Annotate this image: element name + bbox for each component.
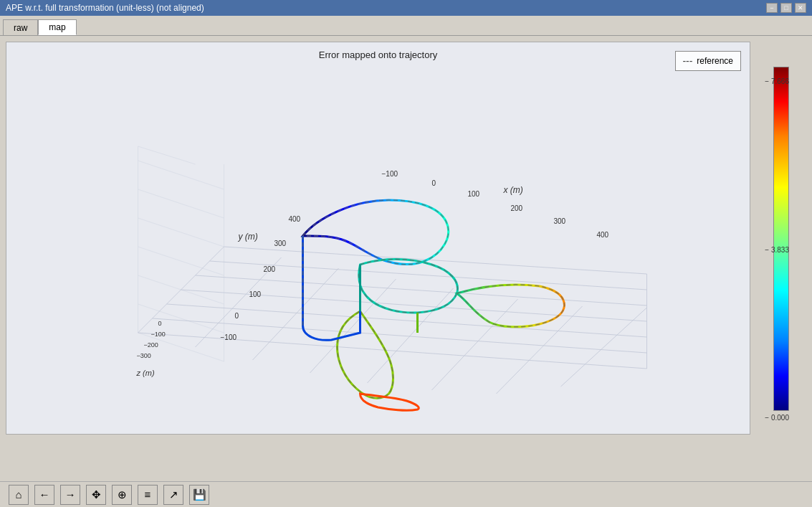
svg-text:−100: −100 (151, 331, 166, 338)
svg-text:200: 200 (511, 204, 523, 212)
svg-line-21 (138, 218, 224, 247)
colorbar-labels: − 7.666 − 3.833 − 0.000 (765, 77, 789, 422)
zoom-button[interactable]: ⊕ (112, 485, 132, 505)
svg-text:200: 200 (264, 265, 276, 273)
tab-map[interactable]: map (38, 19, 76, 35)
svg-line-22 (138, 189, 224, 218)
svg-text:x (m): x (m) (503, 185, 523, 195)
toolbar: ⌂ ← → ✥ ⊕ ≡ ↗ 💾 (0, 481, 812, 507)
window-controls: − □ ✕ (766, 3, 806, 13)
svg-text:300: 300 (554, 217, 566, 225)
plot-title: Error mapped onto trajectory (6, 42, 750, 60)
legend-box: - - - reference (675, 51, 741, 71)
svg-text:−100: −100 (221, 333, 237, 341)
svg-text:0: 0 (432, 179, 436, 187)
tab-raw[interactable]: raw (3, 19, 38, 35)
svg-line-23 (138, 161, 224, 189)
colorbar-max-label: − 7.666 (765, 77, 789, 85)
trend-button[interactable]: ↗ (163, 485, 183, 505)
svg-line-2 (167, 304, 647, 337)
colorbar-container: − 7.666 − 3.833 − 0.000 (756, 42, 806, 435)
svg-line-4 (196, 275, 647, 305)
svg-text:400: 400 (289, 215, 301, 223)
title-bar: APE w.r.t. full transformation (unit-les… (0, 0, 812, 16)
plot-area: Error mapped onto trajectory - - - refer… (6, 42, 750, 435)
svg-text:−200: −200 (144, 341, 158, 349)
svg-text:100: 100 (249, 290, 262, 298)
window-title: APE w.r.t. full transformation (unit-les… (6, 3, 204, 13)
close-button[interactable]: ✕ (795, 3, 806, 13)
back-button[interactable]: ← (34, 485, 54, 505)
svg-line-24 (138, 146, 196, 164)
svg-text:400: 400 (597, 231, 609, 239)
minimize-button[interactable]: − (766, 3, 778, 13)
adjust-button[interactable]: ≡ (138, 485, 158, 505)
svg-text:y (m): y (m) (238, 232, 258, 242)
svg-text:z (m): z (m) (136, 369, 155, 377)
legend-dash-icon: - - - (683, 55, 692, 67)
pan-button[interactable]: ✥ (86, 485, 106, 505)
main-content: Error mapped onto trajectory - - - refer… (0, 36, 812, 481)
svg-line-19 (138, 275, 224, 304)
svg-line-12 (432, 299, 518, 390)
svg-text:0: 0 (235, 312, 239, 320)
save-button[interactable]: 💾 (189, 485, 209, 505)
colorbar-min-label: − 0.000 (765, 414, 789, 422)
svg-line-0 (138, 333, 647, 369)
svg-text:−300: −300 (137, 352, 151, 359)
home-button[interactable]: ⌂ (9, 485, 29, 505)
svg-line-10 (310, 279, 396, 373)
svg-line-13 (497, 306, 583, 394)
svg-text:−100: −100 (382, 170, 398, 178)
tabs-bar: raw map (0, 16, 812, 36)
svg-line-6 (224, 247, 647, 274)
svg-text:0: 0 (158, 320, 162, 327)
svg-text:100: 100 (468, 190, 480, 198)
legend-label: reference (697, 56, 733, 66)
svg-line-11 (368, 288, 454, 383)
forward-button[interactable]: → (60, 485, 80, 505)
maximize-button[interactable]: □ (780, 3, 792, 13)
trajectory-plot: x (m) y (m) z (m) 0 100 200 300 400 −100… (6, 60, 750, 412)
colorbar-mid-label: − 3.833 (765, 246, 789, 254)
svg-line-18 (138, 304, 224, 333)
svg-text:300: 300 (274, 240, 287, 247)
svg-line-14 (561, 308, 647, 387)
